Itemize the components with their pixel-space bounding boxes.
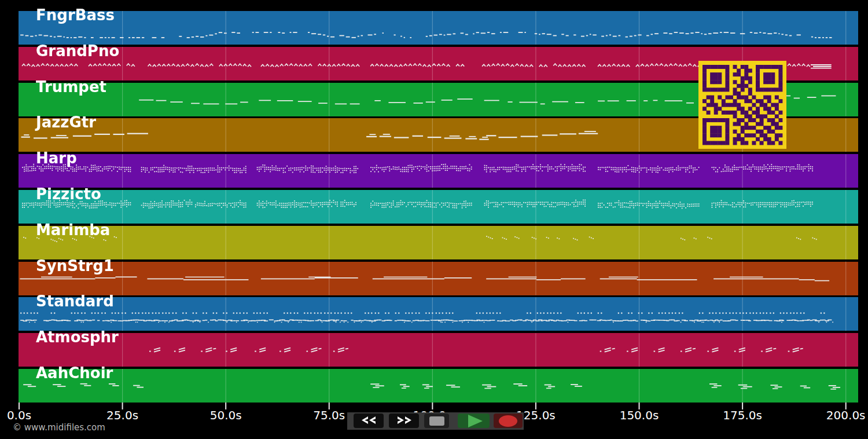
fast-forward-button[interactable]: [389, 414, 419, 428]
track-label-jazzgtr: JazzGtr: [36, 115, 96, 130]
track-label-atmosphr: Atmosphr: [36, 330, 119, 345]
track-band-atmosphr: [19, 333, 858, 367]
record-icon: [499, 415, 517, 427]
axis-tick-label: 150.0s: [620, 409, 659, 421]
track-label-trumpet: Trumpet: [36, 79, 106, 94]
track-label-marimba: Marimba: [36, 222, 110, 237]
copyright-text: © www.midifiles.com: [13, 422, 105, 433]
stop-button[interactable]: [424, 414, 449, 428]
stop-icon: [429, 416, 444, 426]
track-label-fngrbass: FngrBass: [36, 8, 115, 23]
axis-tick-label: 0.0s: [7, 409, 31, 421]
record-button[interactable]: [494, 414, 523, 428]
track-band-pizzicto: [19, 190, 858, 224]
fast-forward-icon: [396, 416, 412, 426]
axis-tick-label: 75.0s: [313, 409, 345, 421]
track-band-marimba: [19, 226, 858, 259]
play-button[interactable]: [458, 414, 490, 428]
track-band-harp: [19, 154, 858, 188]
track-label-pizzicto: Pizzicto: [36, 186, 101, 202]
track-band-synstrg1: [19, 262, 858, 295]
track-label-synstrg1: SynStrg1: [36, 258, 114, 273]
axis-tick-label: 25.0s: [106, 409, 138, 421]
track-label-standard: Standard: [36, 294, 114, 309]
axis-tick-label: 50.0s: [210, 409, 242, 421]
rewind-button[interactable]: [354, 414, 384, 428]
transport-bar: [347, 412, 524, 430]
axis-tick-label: 200.0s: [826, 409, 866, 421]
qr-code: [698, 61, 786, 149]
track-band-aahchoir: [19, 369, 858, 403]
rewind-icon: [361, 416, 377, 426]
track-label-grandpno: GrandPno: [36, 43, 119, 58]
track-band-fngrbass: [19, 11, 858, 45]
track-band-standard: [19, 297, 858, 331]
track-label-harp: Harp: [36, 151, 77, 166]
midi-player-stage: FngrBassGrandPnoTrumpetJazzGtrHarpPizzic…: [0, 0, 868, 439]
axis-tick-label: 175.0s: [723, 409, 762, 421]
play-icon: [468, 415, 483, 427]
track-label-aahchoir: AahChoir: [36, 365, 113, 381]
